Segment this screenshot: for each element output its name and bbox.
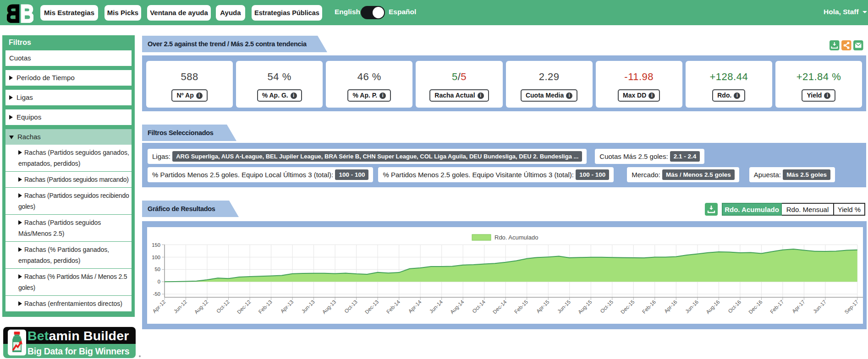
svg-text:Dec-14: Dec-14	[492, 299, 508, 315]
svg-text:Aug-13: Aug-13	[321, 299, 337, 315]
svg-text:Aug-12: Aug-12	[193, 299, 209, 315]
svg-text:Apr-17: Apr-17	[791, 299, 806, 314]
svg-text:Feb-14: Feb-14	[385, 299, 401, 315]
svg-text:-50: -50	[153, 291, 160, 297]
svg-text:B: B	[20, 3, 33, 23]
svg-text:150: 150	[152, 242, 160, 248]
svg-text:Jun-16: Jun-16	[684, 299, 699, 314]
svg-text:Jun-13: Jun-13	[301, 299, 316, 314]
svg-text:Jun-15: Jun-15	[556, 299, 571, 314]
svg-text:Dec-12: Dec-12	[236, 299, 252, 315]
svg-text:Oct-14: Oct-14	[471, 299, 486, 314]
svg-text:Apr-13: Apr-13	[280, 299, 295, 314]
svg-text:Oct-12: Oct-12	[215, 299, 231, 314]
svg-text:100: 100	[152, 255, 160, 260]
svg-text:Dec-16: Dec-16	[747, 299, 764, 315]
svg-text:Aug-16: Aug-16	[705, 299, 721, 315]
svg-text:Aug-14: Aug-14	[449, 299, 465, 315]
svg-text:Apr-14: Apr-14	[407, 299, 423, 314]
svg-text:Apr-16: Apr-16	[663, 299, 678, 314]
svg-text:Jun-14: Jun-14	[429, 299, 444, 315]
svg-text:Feb-16: Feb-16	[641, 299, 657, 315]
svg-text:Jun-17: Jun-17	[812, 299, 827, 314]
svg-text:Feb-13: Feb-13	[258, 299, 273, 315]
svg-text:Oct-15: Oct-15	[599, 299, 614, 314]
svg-text:B: B	[7, 3, 20, 23]
svg-text:Dec-13: Dec-13	[364, 299, 380, 315]
svg-text:Aug-15: Aug-15	[577, 299, 593, 315]
svg-text:Feb-17: Feb-17	[769, 299, 785, 315]
svg-text:50: 50	[155, 267, 160, 272]
svg-text:Sep-17: Sep-17	[843, 299, 859, 315]
svg-text:Apr-15: Apr-15	[535, 299, 550, 314]
svg-text:Feb-15: Feb-15	[513, 299, 529, 315]
svg-text:Apr-12: Apr-12	[152, 299, 167, 314]
svg-text:Oct-13: Oct-13	[343, 299, 358, 314]
svg-text:Oct-16: Oct-16	[727, 299, 742, 314]
svg-text:Rdo. Acumulado: Rdo. Acumulado	[494, 234, 538, 241]
svg-text:Jun-12: Jun-12	[173, 299, 188, 314]
svg-text:Dec-15: Dec-15	[620, 299, 636, 315]
